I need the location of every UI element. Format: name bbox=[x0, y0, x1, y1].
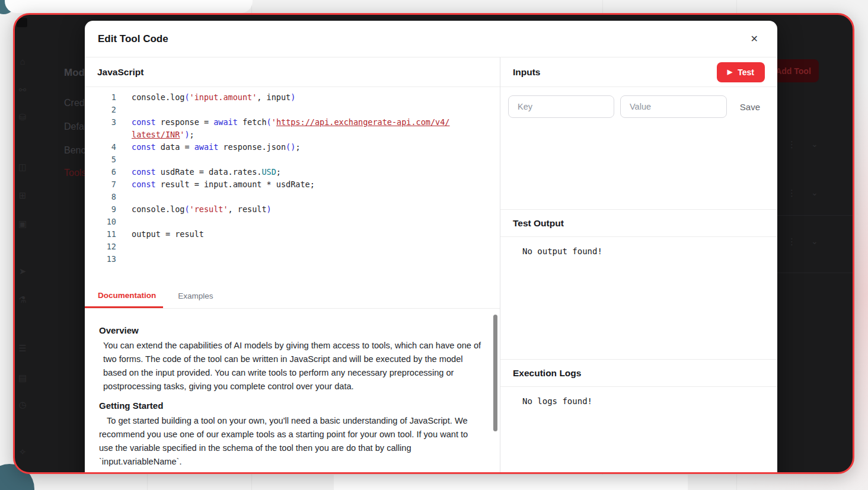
modal-title: Edit Tool Code bbox=[98, 33, 168, 45]
code-line: latest/INR'); bbox=[85, 129, 500, 141]
report-icon[interactable]: ▤ bbox=[16, 373, 29, 383]
inputs-form: Save bbox=[500, 87, 777, 209]
test-column: Inputs ▶ Test Save Test Output No output… bbox=[500, 57, 777, 474]
chevron-down-icon[interactable]: ⌄ bbox=[811, 188, 818, 197]
code-text bbox=[116, 216, 136, 228]
tab-examples[interactable]: Examples bbox=[163, 284, 228, 308]
edit-tool-code-modal: Edit Tool Code ✕ JavaScript 1console.log… bbox=[85, 21, 777, 474]
scrollbar-thumb[interactable] bbox=[493, 315, 497, 431]
code-text: const data = await response.json(); bbox=[116, 141, 301, 153]
line-number: 4 bbox=[85, 141, 116, 153]
code-text bbox=[116, 253, 136, 265]
line-number: 2 bbox=[85, 104, 116, 116]
modal-body: JavaScript 1console.log('input.amount', … bbox=[85, 57, 777, 474]
code-line: 4const data = await response.json(); bbox=[85, 141, 500, 153]
test-output-content: No output found! bbox=[500, 237, 777, 359]
code-line: 2 bbox=[85, 104, 500, 116]
documentation-panel[interactable]: OverviewYou can extend the capabilities … bbox=[85, 309, 500, 474]
rocket-icon[interactable]: ➤ bbox=[16, 266, 29, 277]
code-text bbox=[116, 153, 136, 166]
doc-paragraph: You can extend the capabilities of AI mo… bbox=[103, 339, 482, 393]
app-window: ⌂⚯⛁◫⊞▣➤⚗☰▤◷✧ ModelsCredentialsDefaultsBe… bbox=[13, 13, 854, 474]
package-icon[interactable]: ◫ bbox=[16, 162, 29, 172]
documentation-content: OverviewYou can extend the capabilities … bbox=[99, 325, 482, 474]
menu-icon[interactable]: ☰ bbox=[16, 343, 29, 354]
code-line: 3const response = await fetch('https://a… bbox=[85, 116, 500, 129]
kebab-menu-icon[interactable]: ⋮ bbox=[787, 236, 796, 247]
card-separator bbox=[777, 273, 853, 273]
blocks-icon[interactable]: ▣ bbox=[16, 219, 29, 229]
workflow-icon[interactable]: ⚯ bbox=[16, 85, 29, 95]
doc-paragraph: To get started building a tool on your o… bbox=[99, 414, 482, 469]
play-icon: ▶ bbox=[727, 69, 732, 75]
line-number: 3 bbox=[85, 116, 116, 129]
line-number: 12 bbox=[85, 241, 116, 253]
code-text: console.log('input.amount', input) bbox=[116, 91, 295, 104]
execution-logs-heading: Execution Logs bbox=[500, 359, 777, 387]
line-number: 8 bbox=[85, 191, 116, 203]
code-editor[interactable]: 1console.log('input.amount', input)2 3co… bbox=[85, 87, 500, 284]
code-line: 1console.log('input.amount', input) bbox=[85, 91, 500, 104]
line-number: 13 bbox=[85, 253, 116, 265]
line-number: 6 bbox=[85, 166, 116, 178]
test-button-label: Test bbox=[738, 68, 754, 77]
editor-column: JavaScript 1console.log('input.amount', … bbox=[85, 57, 500, 474]
app-logo bbox=[17, 18, 27, 27]
line-number: 1 bbox=[85, 91, 116, 104]
line-number: 9 bbox=[85, 203, 116, 216]
line-number: 10 bbox=[85, 216, 116, 228]
code-text: const result = input.amount * usdRate; bbox=[116, 178, 315, 191]
execution-logs-content: No logs found! bbox=[500, 387, 777, 474]
key-input[interactable] bbox=[508, 95, 614, 118]
chevron-down-icon[interactable]: ⌄ bbox=[811, 139, 818, 149]
flask-icon[interactable]: ⚗ bbox=[16, 294, 29, 305]
code-text: const usdRate = data.rates.USD; bbox=[116, 166, 281, 178]
save-button[interactable]: Save bbox=[740, 95, 760, 118]
inputs-heading: Inputs bbox=[513, 67, 541, 78]
tab-documentation[interactable]: Documentation bbox=[85, 284, 163, 308]
graph-icon[interactable]: ✧ bbox=[16, 447, 29, 457]
clock-icon[interactable]: ◷ bbox=[16, 399, 29, 410]
test-output-heading: Test Output bbox=[500, 209, 777, 237]
code-line: 5 bbox=[85, 153, 500, 166]
kebab-menu-icon[interactable]: ⋮ bbox=[787, 188, 796, 198]
value-input[interactable] bbox=[620, 95, 727, 118]
chevron-down-icon[interactable]: ⌄ bbox=[811, 236, 818, 246]
docs-tab-bar: Documentation Examples bbox=[85, 284, 500, 309]
line-number bbox=[85, 129, 116, 141]
line-number: 11 bbox=[85, 228, 116, 241]
code-line: 6const usdRate = data.rates.USD; bbox=[85, 166, 500, 178]
code-line: 10 bbox=[85, 216, 500, 228]
apps-icon[interactable]: ⊞ bbox=[16, 190, 29, 201]
line-number: 5 bbox=[85, 153, 116, 166]
background-card bbox=[5, 0, 253, 13]
code-text bbox=[116, 241, 136, 253]
sidebar-item-tools[interactable]: Tools bbox=[64, 168, 86, 178]
background-card bbox=[334, 475, 688, 490]
close-icon[interactable]: ✕ bbox=[748, 32, 761, 46]
code-line: 7const result = input.amount * usdRate; bbox=[85, 178, 500, 191]
doc-section-heading: Getting Started bbox=[99, 401, 482, 411]
kebab-menu-icon[interactable]: ⋮ bbox=[787, 139, 796, 150]
code-text bbox=[116, 104, 136, 116]
code-text: console.log('result', result) bbox=[116, 203, 272, 216]
code-line: 8 bbox=[85, 191, 500, 203]
home-icon[interactable]: ⌂ bbox=[16, 56, 29, 67]
doc-section-heading: Overview bbox=[99, 325, 482, 335]
code-text: const response = await fetch('https://ap… bbox=[116, 116, 450, 129]
test-button[interactable]: ▶ Test bbox=[717, 62, 765, 82]
line-number: 7 bbox=[85, 178, 116, 191]
code-text: output = result bbox=[116, 228, 204, 241]
code-line: 9console.log('result', result) bbox=[85, 203, 500, 216]
editor-language-label: JavaScript bbox=[85, 57, 500, 87]
code-line: 13 bbox=[85, 253, 500, 265]
code-line: 12 bbox=[85, 241, 500, 253]
card-separator bbox=[777, 215, 853, 216]
code-text bbox=[116, 191, 136, 203]
modal-header: Edit Tool Code ✕ bbox=[85, 21, 777, 57]
database-icon[interactable]: ⛁ bbox=[16, 112, 29, 123]
code-line: 11output = result bbox=[85, 228, 500, 241]
inputs-header: Inputs ▶ Test bbox=[500, 57, 777, 87]
code-text: latest/INR'); bbox=[116, 129, 194, 141]
